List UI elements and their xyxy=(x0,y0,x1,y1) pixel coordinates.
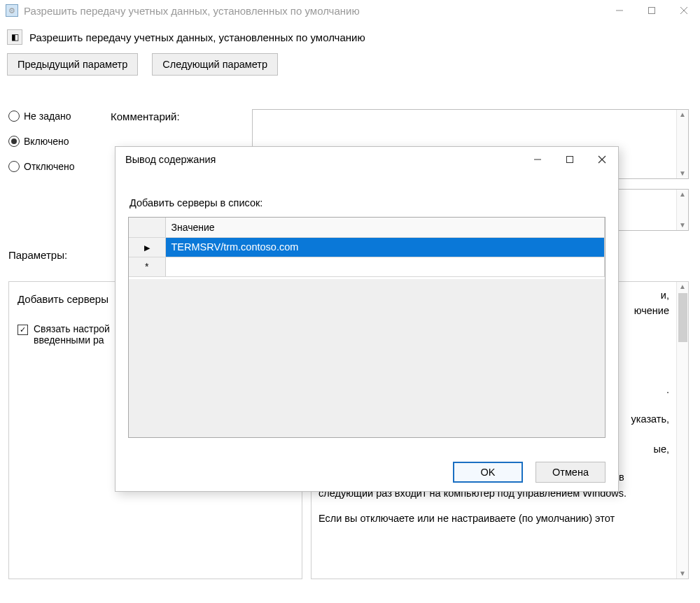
checkbox-icon: ✓ xyxy=(18,325,28,335)
window-titlebar: ⚙ Разрешить передачу учетных данных, уст… xyxy=(0,0,700,21)
scroll-up-icon: ▲ xyxy=(679,191,686,198)
radio-label: Включено xyxy=(24,136,69,147)
close-button[interactable] xyxy=(668,0,700,21)
dialog-title: Вывод содержания xyxy=(125,154,522,165)
help-fragment: указать, xyxy=(631,413,669,425)
policy-state-radiogroup: Не задано Включено Отключено xyxy=(8,111,75,172)
radio-label: Отключено xyxy=(24,161,75,172)
next-setting-button[interactable]: Следующий параметр xyxy=(152,53,278,76)
window-title: Разрешить передачу учетных данных, устан… xyxy=(24,5,603,17)
servers-grid[interactable]: Значение ▶ TERMSRV/trm.contoso.com * xyxy=(128,217,606,438)
grid-label: Добавить серверы в список: xyxy=(130,197,606,208)
policy-title: Разрешить передачу учетных данных, устан… xyxy=(29,31,365,43)
scroll-down-icon: ▼ xyxy=(679,170,686,177)
help-fragment: . xyxy=(666,384,669,395)
cancel-button[interactable]: Отмена xyxy=(536,462,606,483)
radio-icon xyxy=(8,136,20,147)
dialog-window-controls xyxy=(522,147,618,172)
scroll-down-icon: ▼ xyxy=(679,570,686,577)
grid-row-header: ▶ xyxy=(129,237,165,257)
dialog-footer: OK Отмена xyxy=(453,462,606,483)
dialog-close-button[interactable] xyxy=(586,147,618,172)
checkbox-label-line2: введенными ра xyxy=(34,334,104,346)
svg-rect-5 xyxy=(567,157,573,163)
grid-empty-area xyxy=(129,279,605,437)
scrollbar[interactable]: ▲ ▼ xyxy=(676,110,688,178)
scroll-down-icon: ▼ xyxy=(679,222,686,229)
checkbox-label: Связать настрой введенными ра xyxy=(34,323,110,346)
scroll-thumb[interactable] xyxy=(678,293,687,342)
show-contents-dialog: Вывод содержания Добавить серверы в спис… xyxy=(115,146,619,492)
radio-enabled[interactable]: Включено xyxy=(8,136,75,147)
previous-setting-button[interactable]: Предыдущий параметр xyxy=(7,53,138,76)
nav-buttons: Предыдущий параметр Следующий параметр xyxy=(0,50,700,85)
radio-icon xyxy=(8,111,20,122)
checkbox-label-line1: Связать настрой xyxy=(34,323,110,334)
scrollbar[interactable]: ▲ ▼ xyxy=(676,190,688,230)
grid-row-new[interactable]: * xyxy=(129,257,605,276)
dialog-body: Добавить серверы в список: Значение ▶ TE… xyxy=(115,172,618,438)
window-controls xyxy=(603,0,700,21)
grid-header-row: Значение xyxy=(129,218,605,237)
svg-rect-1 xyxy=(649,8,655,14)
policy-icon: ◧ xyxy=(7,29,22,45)
radio-label: Не задано xyxy=(24,111,71,122)
scroll-up-icon: ▲ xyxy=(679,111,686,118)
radio-not-configured[interactable]: Не задано xyxy=(8,111,75,122)
grid-row-selected[interactable]: ▶ TERMSRV/trm.contoso.com xyxy=(129,237,605,257)
ok-button[interactable]: OK xyxy=(453,462,523,483)
radio-icon xyxy=(8,161,20,172)
grid-row-header: * xyxy=(129,257,165,276)
dialog-maximize-button[interactable] xyxy=(554,147,586,172)
grid-cell-value[interactable]: TERMSRV/trm.contoso.com xyxy=(165,237,605,257)
policy-header: ◧ Разрешить передачу учетных данных, уст… xyxy=(0,21,700,50)
scroll-up-icon: ▲ xyxy=(679,283,686,290)
radio-disabled[interactable]: Отключено xyxy=(8,161,75,172)
scrollbar[interactable]: ▲ ▼ xyxy=(676,282,688,579)
dialog-titlebar: Вывод содержания xyxy=(115,147,618,172)
new-row-icon: * xyxy=(145,261,148,272)
parameters-label: Параметры: xyxy=(8,249,67,261)
maximize-button[interactable] xyxy=(636,0,668,21)
grid-column-header[interactable]: Значение xyxy=(165,218,605,237)
help-paragraph: Если вы отключаете или не настраиваете (… xyxy=(318,511,669,526)
help-fragment: ые, xyxy=(653,444,669,455)
current-row-icon: ▶ xyxy=(144,243,150,252)
help-fragment: ючение xyxy=(634,305,669,316)
grid-corner-cell xyxy=(129,218,165,237)
app-icon: ⚙ xyxy=(6,4,18,17)
comment-label: Комментарий: xyxy=(111,111,180,122)
grid-cell-empty[interactable] xyxy=(165,257,605,276)
help-fragment: и, xyxy=(661,290,669,301)
dialog-minimize-button[interactable] xyxy=(522,147,554,172)
minimize-button[interactable] xyxy=(603,0,636,21)
